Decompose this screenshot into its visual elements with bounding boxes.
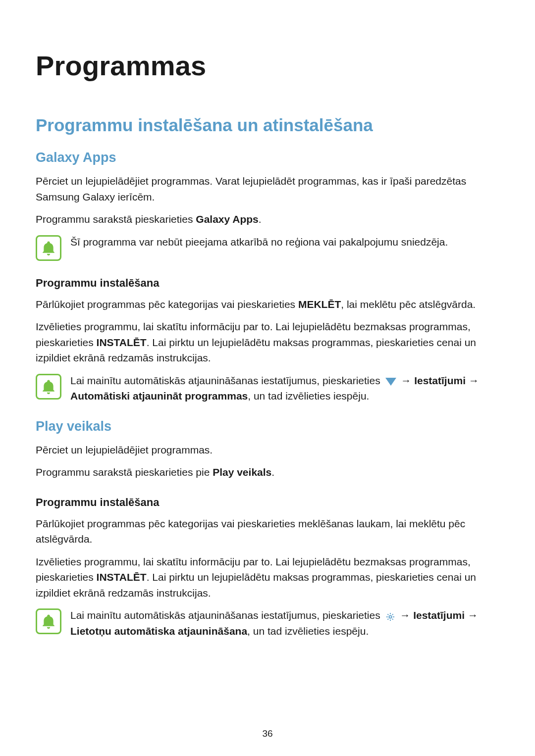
- menu-label: Iestatījumi: [413, 609, 465, 621]
- sub-heading: Programmu instalēšana: [36, 277, 499, 290]
- text: , un tad izvēlieties iespēju.: [248, 390, 369, 402]
- bell-icon: [36, 235, 61, 261]
- bell-icon: [36, 608, 61, 634]
- note-block: Lai mainītu automātiskās atjaunināšanas …: [36, 373, 499, 404]
- text: .: [259, 213, 262, 225]
- note-block: Lai mainītu automātiskās atjaunināšanas …: [36, 607, 499, 639]
- menu-label: Automātiski atjaunināt programmas: [70, 390, 248, 402]
- paragraph: Pērciet un lejupielādējiet programmas.: [36, 442, 499, 458]
- action-name: MEKLĒT: [298, 299, 341, 310]
- sub-heading: Programmu instalēšana: [36, 496, 499, 509]
- note-text: Šī programma var nebūt pieejama atkarībā…: [70, 234, 499, 250]
- subsection-play-store: Play veikals: [36, 419, 499, 434]
- app-name: Galaxy Apps: [196, 213, 258, 225]
- text: Pārlūkojiet programmas pēc kategorijas v…: [36, 299, 298, 310]
- paragraph: Izvēlieties programmu, lai skatītu infor…: [36, 319, 499, 366]
- note-text: Lai mainītu automātiskās atjaunināšanas …: [70, 373, 499, 404]
- svg-point-0: [389, 615, 391, 618]
- arrow: →: [398, 375, 415, 386]
- subsection-galaxy-apps: Galaxy Apps: [36, 150, 499, 165]
- text: Lai mainītu automātiskās atjaunināšanas …: [70, 609, 383, 621]
- action-name: INSTALĒT: [97, 571, 147, 583]
- text: Lai mainītu automātiskās atjaunināšanas …: [70, 375, 383, 386]
- paragraph: Programmu sarakstā pieskarieties Galaxy …: [36, 211, 499, 227]
- text: Programmu sarakstā pieskarieties pie: [36, 466, 213, 478]
- arrow: →: [465, 609, 478, 621]
- arrow: →: [397, 609, 414, 621]
- paragraph: Pārlūkojiet programmas pēc kategorijas v…: [36, 516, 499, 547]
- bell-icon: [36, 374, 61, 400]
- arrow: →: [466, 375, 479, 386]
- paragraph: Izvēlieties programmu, lai skatītu infor…: [36, 554, 499, 601]
- paragraph: Pārlūkojiet programmas pēc kategorijas v…: [36, 297, 499, 312]
- page-number: 36: [0, 728, 535, 739]
- section-heading: Programmu instalēšana un atinstalēšana: [36, 115, 499, 135]
- page-title: Programmas: [36, 50, 499, 82]
- note-text: Lai mainītu automātiskās atjaunināšanas …: [70, 607, 499, 639]
- menu-label: Lietotņu automātiska atjaunināšana: [70, 625, 247, 637]
- app-name: Play veikals: [213, 466, 271, 478]
- gear-icon: [385, 612, 395, 622]
- text: , lai meklētu pēc atslēgvārda.: [341, 299, 476, 310]
- action-name: INSTALĒT: [97, 337, 147, 348]
- text: Programmu sarakstā pieskarieties: [36, 213, 196, 225]
- text: , un tad izvēlieties iespēju.: [247, 625, 369, 637]
- paragraph: Programmu sarakstā pieskarieties pie Pla…: [36, 464, 499, 480]
- text: .: [271, 466, 274, 478]
- paragraph: Pērciet un lejupielādējiet programmas. V…: [36, 173, 499, 204]
- dropdown-icon: [385, 378, 396, 386]
- note-block: Šī programma var nebūt pieejama atkarībā…: [36, 234, 499, 261]
- menu-label: Iestatījumi: [414, 375, 466, 386]
